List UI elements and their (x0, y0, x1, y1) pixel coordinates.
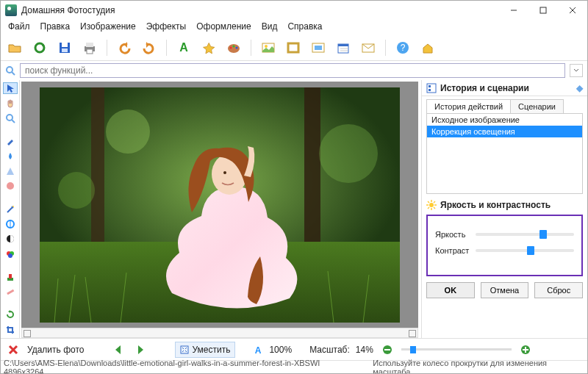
menu-effects[interactable]: Эффекты (142, 20, 191, 35)
svg-line-63 (428, 201, 429, 203)
fit-label: Уместить (192, 345, 230, 355)
contrast-slider[interactable] (476, 245, 574, 256)
crop-tool[interactable] (4, 325, 17, 335)
svg-point-10 (230, 46, 232, 48)
menu-edit[interactable]: Правка (36, 20, 75, 35)
text-scale-icon: A (253, 345, 263, 355)
history-icon (426, 83, 437, 93)
postcard-button[interactable] (359, 38, 378, 57)
fit-button[interactable]: Уместить (175, 342, 235, 358)
redo-button[interactable] (140, 38, 159, 57)
levels-tool[interactable] (4, 234, 17, 244)
reload-button[interactable] (30, 38, 49, 57)
blur-tool[interactable] (4, 166, 17, 176)
status-path: C:\Users\AMS-Elena\Downloads\little-emot… (4, 359, 358, 375)
menu-view[interactable]: Вид (257, 20, 282, 35)
canvas[interactable] (21, 82, 418, 328)
svg-point-36 (8, 253, 12, 258)
home-button[interactable] (418, 38, 437, 57)
svg-point-11 (233, 45, 235, 47)
adjust-tool[interactable] (4, 219, 17, 229)
svg-rect-4 (62, 48, 68, 52)
paint-tool[interactable] (4, 181, 17, 191)
horizontal-scrollbar[interactable] (21, 328, 418, 338)
search-input[interactable] (20, 63, 565, 78)
stamp-tool[interactable] (4, 272, 17, 282)
minimize-button[interactable] (499, 1, 528, 20)
toolbar-sep (166, 40, 167, 56)
menu-file[interactable]: Файл (4, 20, 35, 35)
maximize-button[interactable] (528, 1, 558, 20)
svg-rect-0 (540, 7, 546, 13)
history-item[interactable]: Коррекция освещения (427, 126, 582, 137)
svg-rect-3 (62, 43, 68, 47)
reset-button[interactable]: Сброс (534, 282, 583, 298)
close-button[interactable] (558, 1, 587, 20)
svg-rect-15 (288, 43, 298, 52)
history-list[interactable]: Исходное изображение Коррекция освещения (426, 113, 583, 194)
zoom-slider[interactable] (401, 345, 512, 355)
brightness-slider[interactable] (476, 229, 574, 240)
next-photo-button[interactable] (132, 342, 148, 358)
rotate-tool[interactable] (4, 309, 17, 320)
panel-title: История и сценарии (440, 83, 529, 93)
undo-button[interactable] (115, 38, 134, 57)
svg-rect-67 (181, 346, 188, 353)
palette-button[interactable] (224, 38, 243, 57)
image-button-1[interactable] (259, 38, 278, 57)
wand-tool[interactable] (4, 204, 17, 214)
calendar-button[interactable] (334, 38, 353, 57)
properties-box: Яркость Контраст (426, 215, 583, 276)
svg-point-14 (265, 45, 268, 48)
hand-tool[interactable] (4, 98, 17, 108)
pointer-tool[interactable] (4, 83, 17, 93)
prev-photo-button[interactable] (110, 342, 126, 358)
svg-line-64 (434, 207, 435, 209)
svg-point-43 (106, 109, 150, 154)
svg-rect-38 (9, 274, 12, 278)
menu-image[interactable]: Изображение (76, 20, 140, 35)
heal-tool[interactable] (4, 287, 17, 297)
color-tool[interactable] (4, 249, 17, 259)
menu-decor[interactable]: Оформление (192, 20, 255, 35)
status-hint: Используйте колесо прокрутки для изменен… (373, 359, 584, 375)
shape-button[interactable] (199, 38, 218, 57)
mask-button[interactable] (309, 38, 328, 57)
toolbar-sep (107, 40, 107, 56)
ok-button[interactable]: OK (426, 282, 475, 298)
zoom-tool[interactable] (4, 113, 17, 123)
menu-help[interactable]: Справка (283, 20, 326, 35)
cancel-button[interactable]: Отмена (481, 282, 529, 298)
zoom-out-button[interactable] (379, 342, 395, 358)
zoom-in-button[interactable] (517, 342, 534, 358)
drop-tool[interactable] (4, 151, 17, 161)
save-button[interactable] (55, 38, 74, 57)
text-tool-button[interactable]: A (174, 38, 193, 57)
section-title: Яркость и контрастность (440, 200, 551, 210)
brush-tool[interactable] (4, 136, 17, 146)
tab-history[interactable]: История действий (426, 99, 511, 113)
svg-rect-19 (338, 44, 348, 46)
svg-text:?: ? (401, 43, 406, 53)
search-dropdown[interactable] (570, 64, 583, 77)
help-button[interactable]: ? (393, 38, 412, 57)
svg-point-27 (7, 115, 12, 121)
svg-line-28 (12, 120, 15, 123)
delete-photo-button[interactable] (5, 342, 21, 358)
svg-rect-57 (429, 89, 431, 91)
svg-rect-42 (304, 87, 320, 256)
print-button[interactable] (80, 38, 99, 57)
svg-point-12 (236, 46, 238, 48)
svg-rect-39 (7, 290, 14, 295)
frame-button[interactable] (284, 38, 303, 57)
tab-scenarios[interactable]: Сценарии (510, 99, 564, 113)
panel-pin-icon[interactable]: ◆ (576, 83, 583, 93)
history-item[interactable]: Исходное изображение (427, 114, 582, 126)
svg-rect-7 (87, 49, 93, 54)
svg-point-25 (7, 67, 12, 73)
delete-label: Удалить фото (27, 345, 84, 355)
zoom-value: 14% (356, 345, 373, 355)
brightness-label: Яркость (435, 230, 476, 239)
open-button[interactable] (5, 38, 24, 57)
toolbar-sep (385, 40, 386, 56)
